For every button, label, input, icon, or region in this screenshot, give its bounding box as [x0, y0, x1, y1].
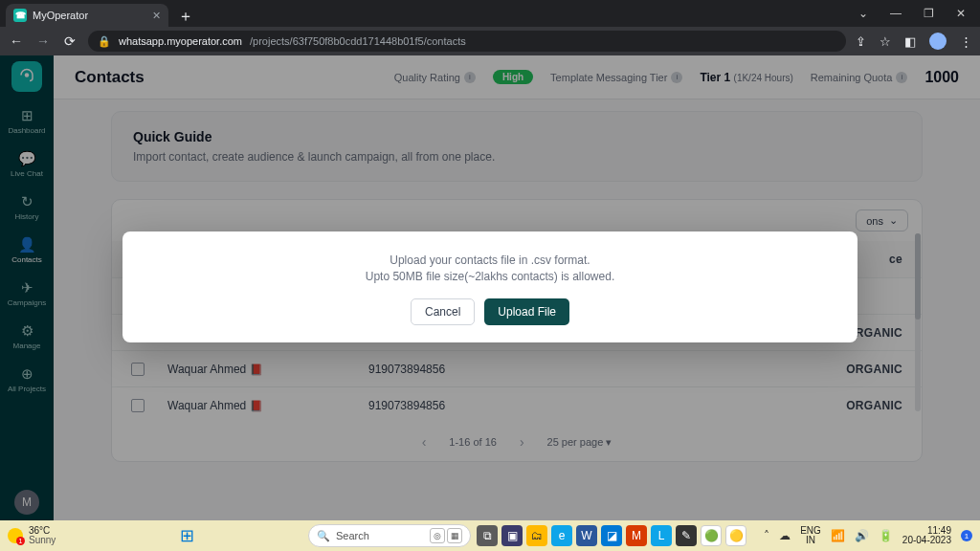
- taskview-icon[interactable]: ⧉: [477, 525, 498, 546]
- taskbar-search[interactable]: 🔍 Search ◎▦: [308, 524, 471, 547]
- lock-icon: 🔒: [98, 35, 111, 48]
- extensions-icon[interactable]: ◧: [904, 34, 916, 49]
- browser-menu-icon[interactable]: ⋮: [960, 34, 972, 49]
- app-icon[interactable]: L: [651, 525, 672, 546]
- cancel-button[interactable]: Cancel: [411, 298, 475, 325]
- language-indicator[interactable]: ENGIN: [800, 526, 821, 545]
- upload-modal: Upload your contacts file in .csv format…: [122, 231, 858, 342]
- browser-toolbar: ← → ⟳ 🔒 whatsapp.myoperator.com /project…: [0, 27, 980, 55]
- url-host: whatsapp.myoperator.com: [119, 35, 242, 47]
- app-icon[interactable]: ▣: [501, 525, 523, 546]
- search-icon: 🔍: [317, 530, 330, 542]
- mcafee-icon[interactable]: M: [626, 525, 647, 546]
- profile-avatar-icon[interactable]: [929, 33, 947, 50]
- share-icon[interactable]: ⇪: [856, 34, 866, 49]
- app-icon[interactable]: ✎: [676, 525, 697, 546]
- notification-badge[interactable]: 1: [961, 530, 972, 541]
- modal-text-line1: Upload your contacts file in .csv format…: [145, 253, 835, 269]
- weather-widget[interactable]: 36°CSunny: [8, 526, 56, 545]
- word-icon[interactable]: W: [576, 525, 597, 546]
- address-bar[interactable]: 🔒 whatsapp.myoperator.com /projects/63f7…: [88, 31, 846, 52]
- nav-forward-icon[interactable]: →: [34, 33, 52, 49]
- weather-icon: [8, 528, 23, 543]
- app-icon[interactable]: ◪: [601, 525, 622, 546]
- taskbar-clock[interactable]: 11:4920-04-2023: [902, 526, 951, 545]
- nav-reload-icon[interactable]: ⟳: [61, 33, 78, 49]
- browser-tab[interactable]: ☎ MyOperator ✕: [6, 4, 168, 27]
- window-title-bar: ☎ MyOperator ✕ ＋ ⌄ ― ❐ ✕: [0, 0, 980, 27]
- upload-file-button[interactable]: Upload File: [484, 298, 569, 325]
- window-maximize-icon[interactable]: ❐: [921, 7, 936, 20]
- battery-icon[interactable]: 🔋: [879, 529, 893, 542]
- chrome-canary-icon[interactable]: 🟡: [725, 525, 746, 546]
- new-tab-button[interactable]: ＋: [174, 7, 197, 27]
- window-close-icon[interactable]: ✕: [953, 7, 969, 20]
- windows-taskbar: 36°CSunny ⊞ 🔍 Search ◎▦ ⧉ ▣ 🗂 e W ◪ M L …: [0, 520, 980, 551]
- modal-text-line2: Upto 50MB file size(~2lakhs contacts) is…: [145, 269, 835, 285]
- search-chip-icon[interactable]: ◎: [430, 528, 445, 543]
- edge-icon[interactable]: e: [551, 525, 572, 546]
- wifi-icon[interactable]: 📶: [831, 529, 845, 542]
- volume-icon[interactable]: 🔊: [855, 529, 869, 542]
- search-chip-icon[interactable]: ▦: [447, 528, 462, 543]
- explorer-icon[interactable]: 🗂: [526, 525, 547, 546]
- tray-cloud-icon[interactable]: ☁: [779, 529, 791, 542]
- bookmark-icon[interactable]: ☆: [880, 34, 891, 49]
- window-chevron-icon[interactable]: ⌄: [856, 7, 871, 20]
- url-path: /projects/63f750f8b0cdd171448b01f5/conta…: [250, 35, 466, 47]
- tab-favicon-icon: ☎: [13, 9, 27, 22]
- window-minimize-icon[interactable]: ―: [888, 7, 903, 20]
- nav-back-icon[interactable]: ←: [8, 33, 25, 49]
- start-button[interactable]: ⊞: [176, 525, 197, 546]
- chrome-icon[interactable]: 🟢: [701, 525, 722, 546]
- search-placeholder: Search: [336, 530, 369, 541]
- tab-title: MyOperator: [33, 10, 88, 21]
- tab-close-icon[interactable]: ✕: [152, 10, 161, 22]
